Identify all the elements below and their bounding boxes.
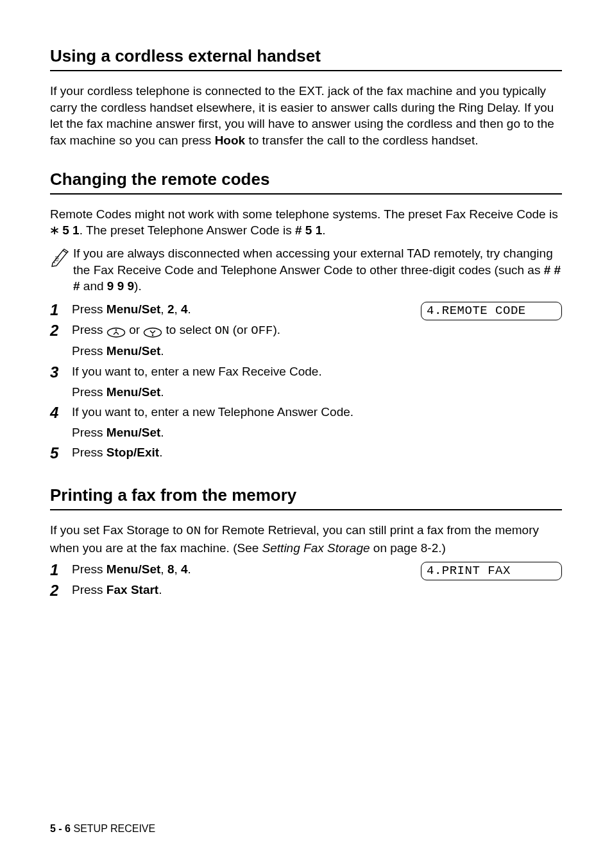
para-print-fax: If you set Fax Storage to ON for Remote … [50, 522, 562, 556]
text: to select [162, 323, 214, 336]
text: . [159, 446, 162, 459]
text: . [188, 562, 191, 576]
menuset-key: Menu/Set [106, 562, 160, 576]
text: . [158, 583, 162, 596]
code: 5 1 [59, 223, 80, 237]
menuset-key: Menu/Set [106, 385, 160, 399]
section-cordless-handset: Using a cordless external handset If you… [50, 45, 562, 149]
step-body: Press Menu/Set, 2, 4. 4.REMOTE CODE [72, 301, 562, 322]
text: to transfer the call to the cordless han… [245, 134, 478, 147]
step-2: 2 Press Fax Start. [50, 582, 562, 602]
text: If you want to, enter a new Fax Receive … [72, 363, 562, 380]
lcd-display: 4.PRINT FAX [421, 562, 562, 580]
code: # 5 1 [295, 223, 322, 237]
text: and [80, 279, 107, 293]
key-2: 2 [167, 302, 174, 316]
step-number: 3 [50, 363, 72, 404]
menuset-key: Menu/Set [106, 302, 160, 316]
off-text: OFF [251, 324, 273, 338]
asterisk-symbol [50, 223, 59, 237]
text: Press [72, 302, 106, 316]
down-arrow-icon [143, 326, 162, 336]
heading-cordless: Using a cordless external handset [50, 45, 562, 71]
step-2: 2 Press or to select ON (or OFF). Press … [50, 322, 562, 363]
step-body: Press Stop/Exit. [72, 444, 562, 465]
step-number: 1 [50, 301, 72, 322]
text: . [160, 426, 164, 439]
step-1: 1 Press Menu/Set, 8, 4. 4.PRINT FAX [50, 561, 562, 582]
text: Remote Codes might not work with some te… [50, 207, 558, 221]
note-text: If you are always disconnected when acce… [73, 245, 562, 295]
text: on page 8-2.) [370, 541, 446, 555]
text: , [160, 302, 167, 316]
text: , [174, 302, 181, 316]
text: Press [72, 426, 106, 439]
step-body: Press or to select ON (or OFF). Press Me… [72, 322, 562, 363]
text: ). [134, 279, 142, 293]
step-number: 4 [50, 404, 72, 444]
up-arrow-icon [106, 326, 126, 336]
text: Press [72, 344, 106, 358]
step-3: 3 If you want to, enter a new Fax Receiv… [50, 363, 562, 404]
svg-point-6 [152, 334, 154, 336]
text: or [126, 323, 143, 336]
cross-reference-link[interactable]: Setting Fax Storage [262, 541, 370, 555]
text: (or [229, 323, 251, 336]
text: If you set Fax Storage to [50, 523, 186, 537]
text: Press [72, 385, 106, 399]
steps-remote-codes: 1 Press Menu/Set, 2, 4. 4.REMOTE CODE 2 … [50, 301, 562, 465]
steps-print-fax: 1 Press Menu/Set, 8, 4. 4.PRINT FAX 2 Pr… [50, 561, 562, 602]
para-cordless: If your cordless telephone is connected … [50, 83, 562, 149]
step-5: 5 Press Stop/Exit. [50, 444, 562, 465]
note-icon [50, 247, 71, 267]
code: 9 9 9 [107, 279, 134, 293]
step-body: Press Fax Start. [72, 582, 562, 602]
page-number: 5 - 6 [50, 823, 71, 834]
step-body: If you want to, enter a new Fax Receive … [72, 363, 562, 404]
lcd-display: 4.REMOTE CODE [421, 302, 562, 320]
text: ). [273, 323, 280, 336]
key-8: 8 [167, 562, 174, 576]
text: Press [72, 446, 106, 459]
text: , [174, 562, 181, 576]
para-remote-intro: Remote Codes might not work with some te… [50, 206, 562, 239]
text: Press [72, 562, 106, 576]
step-body: If you want to, enter a new Telephone An… [72, 404, 562, 444]
menuset-key: Menu/Set [106, 344, 160, 358]
svg-point-4 [115, 329, 117, 331]
heading-remote-codes: Changing the remote codes [50, 168, 562, 195]
step-body: Press Menu/Set, 8, 4. 4.PRINT FAX [72, 561, 562, 582]
on-text: ON [215, 324, 230, 338]
on-text: ON [186, 524, 201, 538]
key-4: 4 [181, 302, 188, 316]
text: If you want to, enter a new Telephone An… [72, 404, 562, 421]
hook-key: Hook [215, 134, 246, 147]
text: . [160, 344, 164, 358]
step-number: 5 [50, 444, 72, 465]
note-block: If you are always disconnected when acce… [50, 245, 562, 295]
chapter-title: SETUP RECEIVE [73, 823, 155, 834]
key-4: 4 [181, 562, 188, 576]
step-number: 1 [50, 561, 72, 582]
text: . The preset Telephone Answer Code is [80, 223, 295, 237]
step-number: 2 [50, 582, 72, 602]
text: Press [72, 323, 106, 336]
text: If you are always disconnected when acce… [73, 247, 553, 277]
step-1: 1 Press Menu/Set, 2, 4. 4.REMOTE CODE [50, 301, 562, 322]
section-print-fax: Printing a fax from the memory If you se… [50, 484, 562, 602]
text: . [322, 223, 325, 237]
page-footer: 5 - 6 SETUP RECEIVE [50, 822, 155, 836]
text: . [160, 385, 164, 399]
step-number: 2 [50, 322, 72, 363]
text: , [160, 562, 167, 576]
menuset-key: Menu/Set [106, 426, 160, 439]
step-4: 4 If you want to, enter a new Telephone … [50, 404, 562, 444]
heading-print-fax: Printing a fax from the memory [50, 484, 562, 510]
text: Press [72, 583, 106, 596]
text: . [188, 302, 191, 316]
stopexit-key: Stop/Exit [106, 446, 159, 459]
faxstart-key: Fax Start [106, 583, 158, 596]
section-remote-codes: Changing the remote codes Remote Codes m… [50, 168, 562, 465]
